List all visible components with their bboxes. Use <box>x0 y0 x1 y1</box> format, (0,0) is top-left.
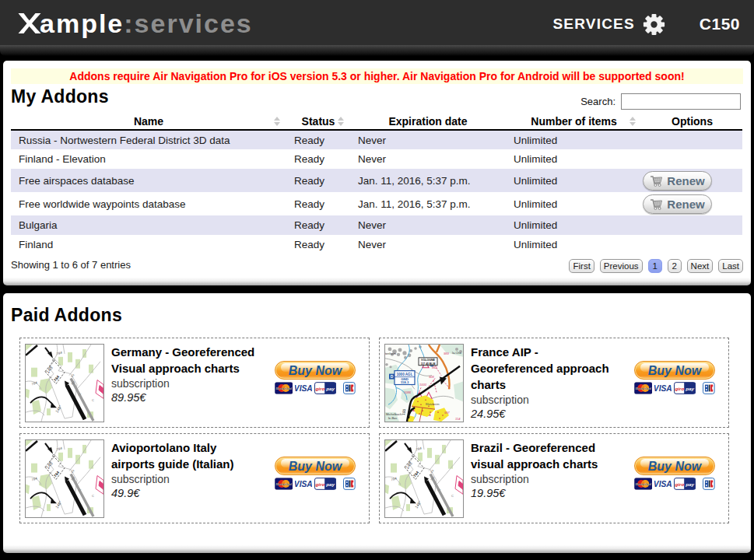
logo[interactable]: ample:services <box>17 9 253 39</box>
table-row[interactable]: Russia - Nortwestern Federal District 3D… <box>11 130 742 149</box>
addon-status-cell: Ready <box>286 192 350 215</box>
addon-items-cell: Unlimited <box>506 169 642 192</box>
giropay-icon <box>314 382 336 394</box>
visa-icon <box>295 383 312 394</box>
gear-icon[interactable] <box>643 13 665 36</box>
table-row[interactable]: Finland - ElevationReadyNeverUnlimited <box>11 149 742 169</box>
logo-text-secondary: :services <box>124 9 252 39</box>
buy-now-label: Buy Now <box>275 362 355 379</box>
sort-icon[interactable] <box>338 117 344 126</box>
notice-banner: Addons require Air Navigation Pro for iO… <box>11 68 743 84</box>
paid-addon-card: France AIP - Georeferenced approach char… <box>379 338 729 428</box>
paid-addon-type: subscription <box>471 472 620 486</box>
table-row[interactable]: Free airspaces databaseReadyJan. 11, 201… <box>11 169 742 192</box>
header-shadow-band <box>0 45 754 56</box>
giropay-icon <box>674 478 696 490</box>
addon-options-cell <box>642 130 742 149</box>
addon-items-cell: Unlimited <box>506 149 642 169</box>
nav-services-link[interactable]: SERVICES <box>552 16 634 33</box>
addon-name-cell: Finland <box>11 235 286 254</box>
page-button-first[interactable]: First <box>569 259 594 273</box>
payment-methods <box>275 382 356 394</box>
buy-now-button[interactable]: Buy Now <box>634 457 715 475</box>
sort-asc-arrow <box>338 117 344 121</box>
buy-now-label: Buy Now <box>275 458 355 474</box>
approach-chart-thumbnail <box>25 439 104 518</box>
addons-table: Name Status Expiration date Number of it… <box>11 113 742 254</box>
addon-options-cell: Renew <box>642 192 742 215</box>
addon-name-cell: Free worldwide waypoints database <box>11 192 286 215</box>
addon-items-cell: Unlimited <box>506 192 642 215</box>
table-row[interactable]: FinlandReadyNeverUnlimited <box>11 235 742 254</box>
mastercard-icon <box>275 478 293 490</box>
mastercard-icon <box>634 478 652 490</box>
addon-name-cell: Free airspaces database <box>11 169 286 192</box>
app-header: ample:services SERVICES <box>0 0 754 45</box>
giropay-icon <box>674 382 696 394</box>
my-addons-title: My Addons <box>11 86 109 107</box>
addon-status-cell: Ready <box>286 235 350 254</box>
paid-addon-title: Germany - Georeferenced Visual approach … <box>111 344 261 376</box>
addon-expiration-cell: Jan. 11, 2016, 5:37 p.m. <box>350 169 506 192</box>
column-header-options: Options <box>642 113 742 130</box>
page-button-2[interactable]: 2 <box>668 259 682 273</box>
paid-addon-purchase: Buy Now <box>275 344 356 422</box>
vfr-chart-thumbnail <box>384 344 464 422</box>
column-header-items[interactable]: Number of items <box>506 113 642 130</box>
addon-options-cell <box>642 235 742 254</box>
approach-chart-thumbnail <box>25 344 104 422</box>
addon-status-cell: Ready <box>286 130 350 149</box>
search-input[interactable] <box>621 93 741 110</box>
table-footer: Showing 1 to 6 of 7 entries FirstPreviou… <box>11 257 743 273</box>
buy-now-button[interactable]: Buy Now <box>275 361 356 380</box>
paid-addon-card: Avioportolano Italy airports guide (Ital… <box>19 433 370 523</box>
paid-addon-purchase: Buy Now <box>634 344 715 422</box>
addon-expiration-cell: Never <box>350 235 506 254</box>
page-button-next[interactable]: Next <box>687 259 714 273</box>
column-header-name[interactable]: Name <box>11 113 286 130</box>
table-controls-row: My Addons Search: <box>11 86 743 113</box>
table-row[interactable]: Free worldwide waypoints databaseReadyJa… <box>11 192 742 215</box>
my-addons-panel: Addons require Air Navigation Pro for iO… <box>3 61 751 285</box>
sort-icon[interactable] <box>630 117 636 126</box>
sort-icon[interactable] <box>274 117 280 126</box>
sort-desc-arrow <box>338 122 344 126</box>
addon-status-cell: Ready <box>286 215 350 235</box>
account-label[interactable]: C150 <box>700 15 740 33</box>
paid-addon-type: subscription <box>111 472 261 486</box>
paid-addon-title: France AIP - Georeferenced approach char… <box>471 344 620 393</box>
column-header-expiration[interactable]: Expiration date <box>350 113 506 130</box>
addon-items-cell: Unlimited <box>506 130 642 149</box>
paid-addon-title: Brazil - Georeferenced visual approach c… <box>471 439 620 472</box>
paid-addon-price: 89.95€ <box>111 390 261 404</box>
renew-label: Renew <box>667 198 704 211</box>
pagination: FirstPrevious12NextLast <box>569 259 743 273</box>
renew-button[interactable]: Renew <box>643 194 712 214</box>
table-header-row: Name Status Expiration date Number of it… <box>11 113 742 130</box>
page-button-1[interactable]: 1 <box>648 259 662 273</box>
mastercard-icon <box>634 382 652 394</box>
mastercard-icon <box>275 382 293 394</box>
paid-addon-price: 49.9€ <box>111 486 261 500</box>
paid-addons-panel: Paid Addons Germany - Georeferenced Visu… <box>3 293 751 553</box>
approach-chart-thumbnail <box>384 439 464 518</box>
addon-expiration-cell: Never <box>350 215 506 235</box>
renew-button[interactable]: Renew <box>643 171 712 191</box>
buy-now-button[interactable]: Buy Now <box>634 361 715 380</box>
page-button-previous[interactable]: Previous <box>600 259 643 273</box>
paid-addon-type: subscription <box>111 376 261 390</box>
cart-icon <box>650 198 663 210</box>
addon-expiration-cell: Never <box>350 149 506 169</box>
logo-x-icon <box>17 13 41 33</box>
addon-status-cell: Ready <box>286 169 350 192</box>
addon-name-cell: Russia - Nortwestern Federal District 3D… <box>11 130 286 149</box>
cart-icon <box>650 175 663 187</box>
paid-addon-price: 19.95€ <box>471 486 620 500</box>
buy-now-button[interactable]: Buy Now <box>275 457 356 475</box>
renew-label: Renew <box>667 174 704 187</box>
table-row[interactable]: BulgariaReadyNeverUnlimited <box>11 215 742 235</box>
logo-text-primary: ample <box>40 9 124 39</box>
addon-name-cell: Bulgaria <box>11 215 286 235</box>
column-header-status[interactable]: Status <box>286 113 350 130</box>
page-button-last[interactable]: Last <box>718 259 743 273</box>
